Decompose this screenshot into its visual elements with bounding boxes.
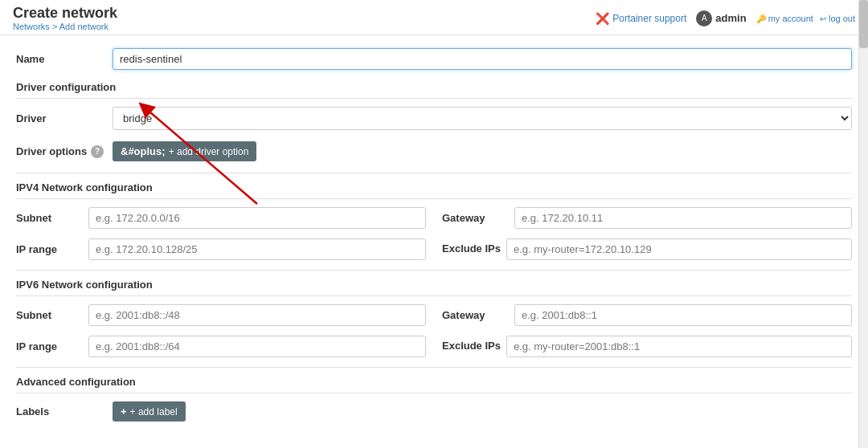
- ipv4-subnet-label: Subnet: [16, 212, 88, 224]
- portainer-support-link[interactable]: ❌ Portainer support: [596, 12, 686, 25]
- page-title: Create network: [13, 5, 117, 22]
- name-label: Name: [16, 53, 113, 65]
- ipv6-excludeips-input[interactable]: [506, 336, 852, 357]
- ipv4-iprange-exclude-row: IP range Exclude IPs: [16, 238, 852, 260]
- driver-select[interactable]: bridge: [113, 107, 852, 130]
- add-label-label: + add label: [130, 406, 178, 417]
- scrollbar-track[interactable]: [858, 0, 868, 446]
- ipv6-gateway-input[interactable]: [514, 304, 852, 326]
- ipv6-excludeips-col: Exclude IPs: [442, 336, 852, 357]
- name-form-group: Name: [16, 48, 852, 70]
- breadcrumb[interactable]: Networks > Add network: [13, 22, 117, 31]
- add-driver-option-button[interactable]: &#oplus; + add driver option: [113, 141, 256, 161]
- labels-form-group: Labels + + add label: [16, 401, 852, 422]
- ipv4-subnet-col: Subnet: [16, 207, 426, 229]
- driver-options-label-group: Driver options ?: [16, 145, 113, 158]
- driver-options-form-group: Driver options ? &#oplus; + add driver o…: [16, 141, 852, 161]
- driver-form-group: Driver bridge: [16, 107, 852, 130]
- admin-section: A admin: [696, 10, 746, 26]
- labels-label: Labels: [16, 405, 113, 417]
- ipv6-subnet-label: Subnet: [16, 309, 88, 321]
- section-divider-3: [16, 367, 852, 368]
- ipv4-gateway-label: Gateway: [442, 212, 514, 224]
- ipv4-subnet-input[interactable]: [88, 207, 426, 229]
- plus-icon: &#oplus;: [121, 145, 166, 157]
- driver-label: Driver: [16, 112, 113, 124]
- driver-options-help-icon[interactable]: ?: [91, 145, 104, 158]
- ipv6-subnet-gateway-row: Subnet Gateway: [16, 304, 852, 326]
- admin-avatar: A: [696, 10, 712, 26]
- ipv4-gateway-col: Gateway: [442, 207, 852, 229]
- advanced-title: Advanced configuration: [16, 376, 852, 393]
- ipv4-title: IPV4 Network configuration: [16, 181, 852, 199]
- ipv6-gateway-col: Gateway: [442, 304, 852, 326]
- ipv4-iprange-input[interactable]: [88, 238, 426, 260]
- top-bar: Create network Networks > Add network ❌ …: [0, 0, 868, 35]
- scrollbar-thumb[interactable]: [859, 0, 868, 48]
- ipv6-iprange-col: IP range: [16, 336, 426, 357]
- account-links: 🔑 my account ↩ log out: [756, 14, 855, 23]
- driver-config-title: Driver configuration: [16, 81, 852, 99]
- driver-options-label: Driver options: [16, 145, 87, 157]
- error-icon: ❌: [596, 12, 609, 25]
- ipv4-gateway-input[interactable]: [514, 207, 852, 229]
- name-input[interactable]: [113, 48, 852, 70]
- ipv6-subnet-col: Subnet: [16, 304, 426, 326]
- portainer-support-label: Portainer support: [612, 13, 686, 24]
- ipv4-iprange-label: IP range: [16, 243, 88, 255]
- ipv6-iprange-exclude-row: IP range Exclude IPs: [16, 336, 852, 357]
- add-driver-option-label: + add driver option: [169, 146, 249, 157]
- section-divider-1: [16, 173, 852, 173]
- ipv4-excludeips-col: Exclude IPs: [442, 238, 852, 260]
- admin-name: admin: [715, 12, 746, 24]
- section-divider-2: [16, 270, 852, 271]
- add-label-plus-icon: +: [121, 405, 127, 417]
- my-account-link[interactable]: 🔑 my account: [756, 14, 813, 23]
- logout-icon: ↩: [820, 14, 826, 23]
- ipv6-gateway-label: Gateway: [442, 309, 514, 321]
- ipv6-subnet-input[interactable]: [88, 304, 426, 326]
- add-label-button[interactable]: + + add label: [113, 401, 186, 422]
- ipv4-iprange-col: IP range: [16, 238, 426, 260]
- logout-link[interactable]: ↩ log out: [820, 14, 855, 23]
- ipv4-excludeips-input[interactable]: [506, 238, 852, 260]
- ipv4-subnet-gateway-row: Subnet Gateway: [16, 207, 852, 229]
- key-icon: 🔑: [756, 14, 766, 23]
- top-bar-right: ❌ Portainer support A admin 🔑 my account…: [596, 10, 855, 26]
- main-content: Name Driver configuration Driver bridge …: [0, 35, 868, 446]
- ipv4-excludeips-label: Exclude IPs: [442, 242, 506, 256]
- top-bar-left: Create network Networks > Add network: [13, 5, 117, 31]
- ipv6-iprange-input[interactable]: [88, 336, 426, 357]
- ipv6-title: IPV6 Network configuration: [16, 279, 852, 296]
- ipv6-excludeips-label: Exclude IPs: [442, 340, 506, 353]
- ipv6-iprange-label: IP range: [16, 340, 88, 352]
